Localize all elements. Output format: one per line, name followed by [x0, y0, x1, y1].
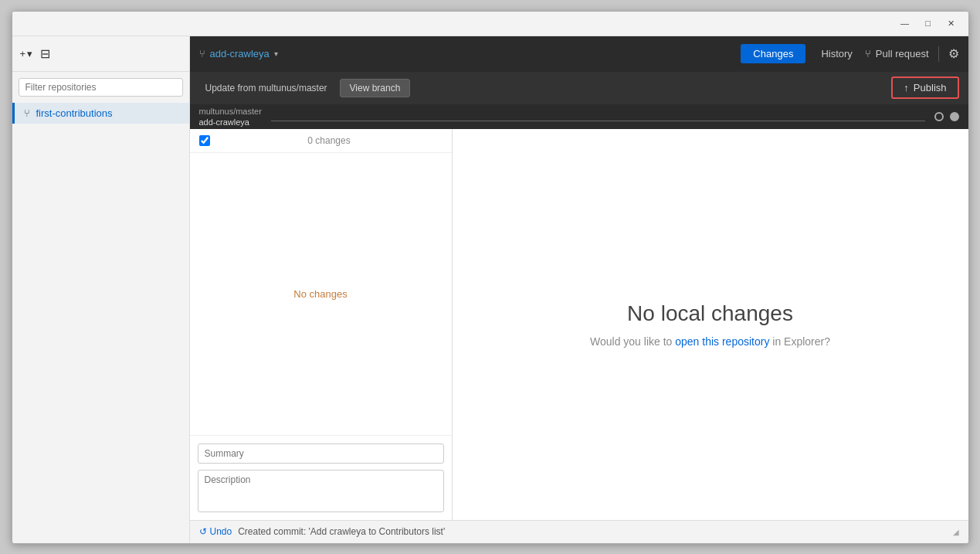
resize-handle: ◢: [953, 528, 959, 536]
graph-node-2: [950, 112, 959, 121]
view-branch-button[interactable]: View branch: [340, 79, 411, 97]
sidebar-actions: + ▾ ⊟: [20, 43, 54, 64]
undo-icon: ↺: [199, 526, 207, 537]
repository-item-first-contributions[interactable]: ⑂ first-contributions: [12, 103, 189, 124]
branch-bar: Update from multunus/master View branch …: [190, 72, 968, 104]
branch-icon: ⑂: [199, 48, 205, 59]
branch-selector[interactable]: ⑂ add-crawleya ▾: [199, 48, 278, 59]
pull-request-icon: ⑂: [865, 48, 871, 59]
sidebar: + ▾ ⊟ ⑂ first-contributions: [12, 36, 190, 543]
tab-history[interactable]: History: [809, 44, 864, 63]
app-window: — □ ✕ + ▾ ⊟ ⑂ first: [12, 11, 969, 544]
main-panel: ⑂ add-crawleya ▾ Changes History ⑂ Pull …: [190, 36, 968, 543]
branch-graph: multunus/master add-crawleya: [190, 104, 968, 129]
graph-line: [271, 121, 925, 121]
content-area: 0 changes No changes No local changes Wo…: [190, 129, 968, 520]
changes-header: 0 changes: [190, 129, 452, 153]
changes-count-label: 0 changes: [216, 135, 443, 146]
publish-button[interactable]: ↑ Publish: [891, 76, 958, 99]
description-textarea[interactable]: [198, 470, 444, 512]
toolbar: ⑂ add-crawleya ▾ Changes History ⑂ Pull …: [190, 36, 968, 72]
repo-icon: ⑂: [24, 107, 30, 119]
status-bar: ↺ Undo Created commit: 'Add crawleya to …: [190, 520, 968, 543]
summary-input[interactable]: [198, 444, 444, 464]
publish-label: Publish: [914, 82, 947, 93]
desc-before-text: Would you like to: [590, 335, 675, 348]
undo-button[interactable]: ↺ Undo: [199, 526, 232, 537]
settings-button[interactable]: ⚙: [948, 46, 959, 61]
graph-nodes: [934, 112, 959, 121]
current-branch-label: add-crawleya: [199, 117, 262, 127]
select-all-checkbox[interactable]: [199, 135, 210, 146]
toolbar-right: ⑂ Pull request ⚙: [865, 46, 959, 62]
filter-repositories-input[interactable]: [19, 78, 183, 97]
collapse-sidebar-button[interactable]: ⊟: [37, 43, 53, 64]
toolbar-tabs: Changes History: [741, 44, 865, 63]
plus-icon: +: [20, 48, 26, 59]
toolbar-separator: [938, 46, 939, 62]
close-button[interactable]: ✕: [941, 15, 962, 31]
no-local-changes-title: No local changes: [627, 301, 793, 326]
undo-label: Undo: [210, 526, 232, 537]
branch-bar-right: ↑ Publish: [891, 76, 958, 99]
master-branch-label: multunus/master: [199, 106, 262, 117]
graph-node-1: [934, 112, 944, 121]
publish-icon: ↑: [904, 82, 909, 93]
repository-list: ⑂ first-contributions: [12, 103, 189, 543]
maximize-button[interactable]: □: [917, 15, 939, 31]
status-message: Created commit: 'Add crawleya to Contrib…: [238, 526, 445, 537]
branch-labels: multunus/master add-crawleya: [199, 106, 262, 127]
tab-changes[interactable]: Changes: [741, 44, 805, 63]
no-changes-label: No changes: [190, 153, 452, 435]
toolbar-left: ⑂ add-crawleya ▾: [199, 48, 741, 59]
pull-request-button[interactable]: ⑂ Pull request: [865, 48, 929, 59]
branch-bar-left: Update from multunus/master View branch: [199, 79, 884, 97]
detail-panel: No local changes Would you like to open …: [453, 129, 968, 520]
update-from-master-button[interactable]: Update from multunus/master: [199, 80, 334, 97]
sidebar-filter-container: [12, 72, 189, 103]
changes-panel: 0 changes No changes: [190, 129, 453, 520]
title-bar-controls: — □ ✕: [894, 15, 962, 31]
branch-name-label: add-crawleya: [210, 48, 270, 59]
no-changes-description: Would you like to open this repository i…: [590, 335, 830, 348]
pull-request-label: Pull request: [876, 48, 929, 59]
branch-dropdown-icon: ▾: [274, 49, 278, 58]
add-repository-button[interactable]: + ▾: [20, 48, 33, 59]
title-bar: — □ ✕: [12, 12, 968, 36]
repo-name: first-contributions: [36, 107, 113, 119]
sidebar-header: + ▾ ⊟: [12, 36, 189, 72]
minimize-button[interactable]: —: [894, 15, 916, 31]
desc-after-text: in Explorer?: [769, 335, 830, 348]
plus-arrow-icon: ▾: [27, 48, 32, 59]
commit-area: [190, 435, 452, 520]
app-body: + ▾ ⊟ ⑂ first-contributions: [12, 36, 968, 543]
open-repository-link[interactable]: open this repository: [675, 335, 769, 348]
